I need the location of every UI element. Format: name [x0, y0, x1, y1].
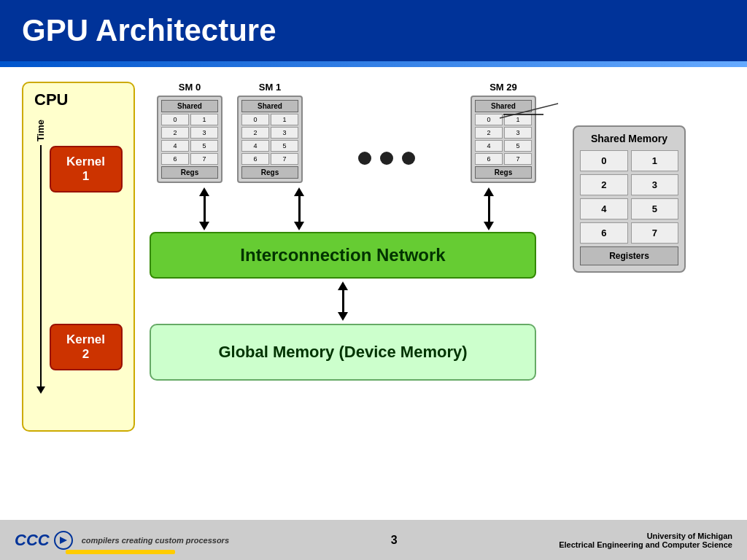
sm29-regs: Regs [475, 166, 532, 179]
footer-right: University of Michigan Electrical Engine… [559, 532, 732, 549]
global-memory-label: Global Memory (Device Memory) [218, 343, 467, 361]
yellow-bar [66, 550, 175, 554]
dot-1 [358, 152, 371, 165]
sm1-regs: Regs [241, 166, 298, 179]
university-dept: Electrical Engineering and Computer Scie… [559, 540, 732, 549]
sm1-grid: 0 1 2 3 4 5 6 7 [241, 114, 298, 165]
kernel2-button[interactable]: Kernel 2 [50, 324, 123, 370]
arrowhead-up-sm0 [199, 187, 209, 196]
university-name: University of Michigan [559, 532, 732, 540]
sm0-box: Shared 0 1 2 3 4 5 6 7 Regs [157, 96, 222, 183]
header: GPU Architecture [0, 0, 747, 61]
kernel1-button[interactable]: Kernel 1 [50, 146, 123, 192]
page-title: GPU Architecture [22, 13, 276, 48]
sm29-label: SM 29 [489, 82, 517, 93]
arrowhead-down-sm0 [199, 222, 209, 230]
arrow-shaft-global [342, 290, 344, 312]
arrow-to-global [150, 281, 536, 321]
footer-logo: CCC [15, 529, 74, 551]
main-content: CPU Time Kernel 1 Kernel 2 SM [0, 67, 747, 497]
shared-memory-section: Shared Memory 0 1 2 3 4 5 6 7 Registers [573, 104, 686, 251]
logo-subtitle: compilers creating custom processors [82, 536, 229, 545]
shared-memory-title: Shared Memory [580, 133, 678, 144]
arrow-sm29 [456, 187, 522, 230]
sm1-box: Shared 0 1 2 3 4 5 6 7 Regs [237, 96, 303, 183]
sm29-box: Shared 0 1 2 3 4 5 6 7 Regs [471, 96, 536, 183]
arrowhead-up-sm1 [294, 187, 304, 196]
logo-icon [53, 529, 74, 551]
sm-unit-29: SM 29 Shared 0 1 2 3 4 5 6 7 [471, 82, 536, 183]
cpu-box: CPU Time Kernel 1 Kernel 2 [22, 82, 135, 432]
time-label: Time [35, 120, 46, 141]
arrow-shaft-sm0 [204, 196, 206, 222]
network-section: SM 0 Shared 0 1 2 3 4 5 6 7 [150, 82, 536, 381]
sm0-regs: Regs [161, 166, 218, 179]
dot-2 [380, 152, 393, 165]
sm-unit-1: SM 1 Shared 0 1 2 3 4 5 6 7 [237, 82, 303, 183]
time-arrow: Time [35, 120, 46, 394]
footer: CCC compilers creating custom processors… [0, 520, 747, 560]
arrowhead-down-global [338, 312, 348, 321]
arrow-sm1 [266, 187, 332, 230]
shared-memory-box: Shared Memory 0 1 2 3 4 5 6 7 Registers [573, 125, 686, 273]
arrow-shaft-sm29 [488, 196, 490, 222]
cpu-label: CPU [34, 90, 68, 109]
time-arrowhead [36, 386, 45, 394]
footer-page-number: 3 [391, 534, 398, 547]
sm0-shared: Shared [161, 100, 218, 112]
interconnect-label: Interconnection Network [240, 245, 445, 265]
time-line [40, 145, 42, 386]
dots [317, 152, 456, 183]
sm29-grid: 0 1 2 3 4 5 6 7 [475, 114, 532, 165]
shared-memory-grid: 0 1 2 3 4 5 6 7 [580, 150, 678, 244]
sm1-label: SM 1 [259, 82, 281, 93]
interconnect-bar: Interconnection Network [150, 232, 536, 279]
sm0-grid: 0 1 2 3 4 5 6 7 [161, 114, 218, 165]
arrow-shaft-sm1 [298, 196, 301, 222]
sm0-label: SM 0 [179, 82, 201, 93]
sm-unit-0: SM 0 Shared 0 1 2 3 4 5 6 7 [157, 82, 222, 183]
arrowhead-up-sm29 [484, 187, 494, 196]
footer-left: CCC compilers creating custom processors [15, 529, 229, 551]
dot-3 [402, 152, 415, 165]
sm29-shared: Shared [475, 100, 532, 112]
arrowhead-down-sm29 [484, 222, 494, 230]
global-memory-bar: Global Memory (Device Memory) [150, 324, 536, 381]
sm1-shared: Shared [241, 100, 298, 112]
gpu-area: SM 0 Shared 0 1 2 3 4 5 6 7 [150, 82, 725, 490]
arrowhead-down-sm1 [294, 222, 304, 230]
arrow-sm0 [171, 187, 237, 230]
logo-text: CCC [15, 531, 50, 550]
arrowhead-up-global [338, 281, 348, 290]
shared-memory-regs: Registers [580, 246, 678, 265]
accent-bar [0, 61, 747, 67]
